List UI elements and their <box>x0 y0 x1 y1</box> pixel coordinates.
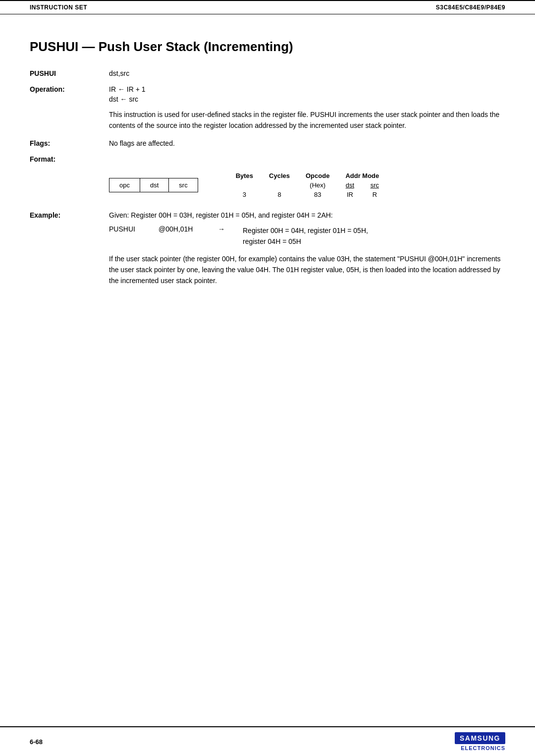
example-pushui-args: @00H,01H <box>159 225 208 233</box>
val-dst: IR <box>337 190 362 199</box>
example-arrow: → <box>218 225 233 233</box>
pushui-row: PUSHUI dst,src <box>30 69 505 77</box>
title-rest: — Push User Stack (Incrementing) <box>78 39 293 54</box>
example-pushui-cmd: PUSHUI <box>109 225 149 233</box>
col-bytes: Bytes <box>228 171 261 180</box>
title-bold: PUSHUI <box>30 39 78 54</box>
format-label: Format: <box>30 155 55 163</box>
format-area: opc dst src Bytes Cycles Opcode Addr Mod… <box>109 171 387 199</box>
pushui-label: PUSHUI <box>30 69 109 77</box>
footer-page-number: 6-68 <box>30 738 43 746</box>
val-cycles: 8 <box>261 190 298 199</box>
format-table: Bytes Cycles Opcode Addr Mode (Hex) dst … <box>228 171 387 199</box>
operation-line1: IR ← IR + 1 <box>109 85 505 93</box>
example-pushui-row: PUSHUI @00H,01H → Register 00H = 04H, re… <box>109 225 505 247</box>
flags-label: Flags: <box>30 139 109 147</box>
operation-description: This instruction is used for user-define… <box>109 109 505 131</box>
page: INSTRUCTION SET S3C84E5/C84E9/P84E9 PUSH… <box>0 0 535 756</box>
format-row: Format: opc dst src Bytes Cycles Opcode <box>30 155 505 199</box>
page-title: PUSHUI — Push User Stack (Incrementing) <box>30 39 505 55</box>
flags-row: Flags: No flags are affected. <box>30 139 505 147</box>
example-result: Register 00H = 04H, register 01H = 05H, … <box>243 225 368 247</box>
samsung-brand: SAMSUNG <box>455 732 505 744</box>
page-footer: 6-68 SAMSUNG ELECTRONICS <box>0 726 535 756</box>
sub-cycles <box>261 180 298 190</box>
samsung-logo: SAMSUNG ELECTRONICS <box>455 732 505 751</box>
sub-bytes <box>228 180 261 190</box>
instr-src: src <box>169 178 197 192</box>
result-line1: Register 00H = 04H, register 01H = 05H, <box>243 225 368 236</box>
operation-content: IR ← IR + 1 dst ← src This instruction i… <box>109 85 505 131</box>
operation-row: Operation: IR ← IR + 1 dst ← src This in… <box>30 85 505 131</box>
example-given: Given: Register 00H = 03H, register 01H … <box>109 211 505 219</box>
val-src: R <box>362 190 387 199</box>
sub-hex: (Hex) <box>298 180 337 190</box>
result-line2: register 04H = 05H <box>243 236 368 247</box>
instr-dst: dst <box>140 178 169 192</box>
instruction-box: opc dst src <box>109 178 198 192</box>
main-content: PUSHUI — Push User Stack (Incrementing) … <box>0 14 535 726</box>
col-addr-mode: Addr Mode <box>337 171 387 180</box>
example-label: Example: <box>30 211 109 219</box>
example-row: Example: Given: Register 00H = 03H, regi… <box>30 211 505 287</box>
sub-src: src <box>362 180 387 190</box>
operation-line2: dst ← src <box>109 95 505 103</box>
electronics-label: ELECTRONICS <box>461 745 505 751</box>
pushui-args: dst,src <box>109 69 505 77</box>
example-content: Given: Register 00H = 03H, register 01H … <box>109 211 505 287</box>
operation-label: Operation: <box>30 85 109 93</box>
flags-content: No flags are affected. <box>109 139 505 147</box>
page-header: INSTRUCTION SET S3C84E5/C84E9/P84E9 <box>0 0 535 14</box>
sub-dst: dst <box>337 180 362 190</box>
col-opcode: Opcode <box>298 171 337 180</box>
instr-opc: opc <box>109 178 140 192</box>
header-left: INSTRUCTION SET <box>30 4 87 11</box>
example-desc: If the user stack pointer (the register … <box>109 253 505 287</box>
header-right: S3C84E5/C84E9/P84E9 <box>436 4 505 11</box>
val-opcode: 83 <box>298 190 337 199</box>
val-bytes: 3 <box>228 190 261 199</box>
col-cycles: Cycles <box>261 171 298 180</box>
